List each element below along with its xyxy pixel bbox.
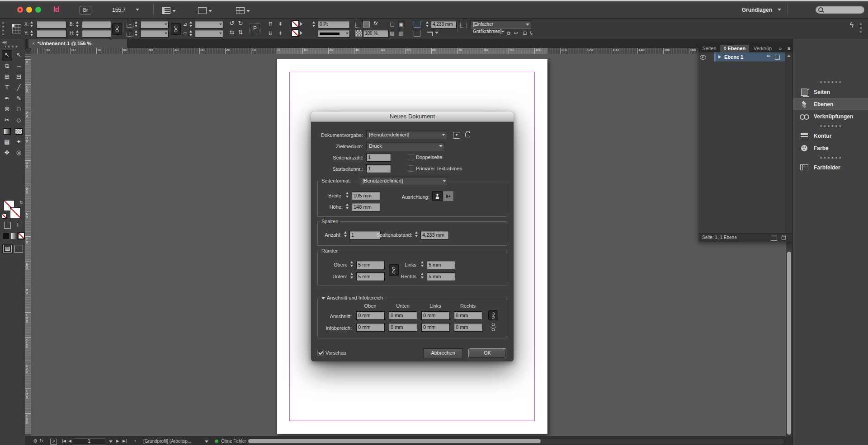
width-field[interactable] (82, 21, 111, 28)
x-field[interactable] (36, 21, 66, 28)
rectangle-frame-tool[interactable]: ⊠ (2, 104, 12, 115)
zoom-tool[interactable]: ◎ (14, 148, 24, 158)
x-stepper[interactable] (30, 21, 34, 28)
columns-stepper[interactable] (344, 231, 348, 238)
style-frame-icon[interactable]: ⊡ (522, 30, 528, 36)
gradient-feather-tool[interactable] (14, 126, 24, 136)
panel-scrollbar[interactable] (785, 52, 793, 234)
layer-target-square[interactable] (775, 55, 780, 60)
width-field[interactable]: 105 mm (352, 192, 380, 200)
dock-grip[interactable] (820, 157, 841, 159)
bridge-button[interactable]: Br (80, 6, 91, 14)
select-previous-object-icon[interactable]: ⇈ (267, 21, 274, 27)
corner-options-icon[interactable] (355, 21, 362, 28)
normal-view-mode-button[interactable] (3, 245, 12, 253)
wrap-bounding-box-icon[interactable]: ▣ (398, 21, 405, 27)
panel-grip[interactable] (2, 22, 4, 36)
preset-dropdown[interactable]: [Benutzerdefiniert] (366, 131, 447, 139)
eyedropper-tool[interactable]: ✦ (14, 137, 24, 147)
save-preset-icon[interactable] (453, 132, 460, 139)
stroke-style-field[interactable] (318, 30, 350, 37)
horizontal-scrollbar[interactable] (245, 438, 784, 445)
page-info-icon[interactable]: ◔ (133, 438, 137, 445)
page-list-chevron-icon[interactable] (109, 440, 113, 443)
collapse-tools-icon[interactable]: ◀◀ (2, 40, 5, 44)
stroke-swatch-none[interactable] (292, 29, 299, 37)
start-page-field[interactable]: 1 (366, 164, 391, 173)
dock-grip[interactable] (820, 81, 841, 83)
dock-item-seiten[interactable]: Seiten (793, 86, 868, 98)
rectangle-tool[interactable]: □ (14, 104, 24, 115)
margin-bottom-field[interactable]: 5 mm (356, 272, 385, 281)
unlink-slug-icon[interactable] (488, 322, 498, 332)
preview-checkbox[interactable] (317, 350, 324, 356)
dock-item-verknüpfungen[interactable]: Verknüpfungen (793, 110, 868, 122)
pages-field[interactable]: 1 (366, 153, 391, 162)
tab-ebenen[interactable]: ◊ Ebenen (720, 45, 749, 52)
shear-stepper[interactable] (189, 30, 193, 37)
margin-bottom-stepper[interactable] (350, 272, 354, 279)
layer-lock-cell[interactable] (708, 52, 715, 61)
intent-dropdown[interactable]: Druck (366, 142, 444, 150)
wrap-next-column-icon[interactable]: ▥ (398, 30, 405, 36)
content-placer-tool[interactable]: ⊟ (14, 72, 24, 82)
wrap-jump-icon[interactable]: ▤ (389, 30, 396, 36)
slug-field-rechts[interactable]: 0 mm (454, 323, 482, 332)
flip-vertical-icon[interactable]: ⇅ (237, 29, 244, 36)
next-page-button[interactable]: ▶ (116, 438, 119, 445)
default-fill-stroke-icon[interactable] (2, 214, 7, 219)
dock-item-kontur[interactable]: Kontur (793, 130, 868, 142)
stroke-menu-arrow-icon[interactable] (300, 31, 302, 35)
error-status-text[interactable]: Ohne Fehler (221, 438, 246, 445)
dialog-titlebar[interactable]: Neues Dokument (311, 112, 514, 122)
previous-page-button[interactable]: ◀ (68, 438, 71, 445)
view-options-button[interactable] (162, 6, 176, 14)
document-tab[interactable]: ×*Unbenannt-1 @ 156 % (28, 39, 127, 48)
preflight-gear-icon[interactable]: ⚙ (33, 438, 38, 445)
frame-edges-button[interactable] (198, 6, 212, 14)
constrain-scale-link-icon[interactable] (171, 23, 181, 35)
corner-shape-icon[interactable] (427, 32, 433, 36)
auto-fit-icon[interactable] (414, 30, 420, 37)
height-field[interactable]: 148 mm (352, 203, 380, 211)
gap-stepper[interactable] (425, 21, 430, 28)
select-next-object-icon[interactable]: ⇞ (277, 21, 284, 27)
layer-row[interactable]: Ebene 1 ✎ (714, 52, 785, 61)
dock-item-farbe[interactable]: Farbe (793, 142, 868, 154)
bleed-field-links[interactable]: 0 mm (421, 311, 450, 320)
zoom-level-value[interactable]: 155,7 (112, 7, 126, 13)
margin-left-stepper[interactable] (420, 261, 425, 267)
page-number-field[interactable]: 1 (73, 438, 105, 445)
send-backward-icon[interactable]: ⇊ (267, 30, 274, 36)
tab-verknuepfungen[interactable]: Verknüp (750, 45, 775, 52)
gap-field[interactable]: 4,233 mm (431, 21, 457, 28)
bleed-field-rechts[interactable]: 0 mm (454, 311, 482, 320)
scale-x-stepper[interactable] (134, 21, 139, 28)
primary-text-frame-checkbox[interactable] (408, 165, 414, 172)
new-layer-icon[interactable] (771, 235, 777, 241)
vertical-scrollbar-thumb[interactable] (787, 252, 791, 435)
corner-shape-chevron-icon[interactable] (435, 32, 439, 34)
horizontal-scrollbar-thumb[interactable] (248, 439, 541, 443)
control-panel-menu-grip[interactable] (860, 23, 862, 34)
rotation-stepper[interactable] (189, 21, 193, 28)
dock-grip[interactable] (820, 125, 841, 127)
orientation-landscape-button[interactable] (443, 191, 453, 201)
pencil-tool[interactable]: ✎ (14, 94, 24, 104)
object-style-icon[interactable] (460, 21, 467, 28)
margin-right-stepper[interactable] (420, 272, 425, 279)
stroke-weight-field[interactable]: 0 Pt (318, 21, 350, 28)
apply-none-swatch[interactable] (18, 233, 24, 239)
tab-seiten[interactable]: Seiten (699, 45, 719, 52)
formatting-affects-container-icon[interactable] (4, 222, 11, 229)
clear-overrides-icon[interactable]: ⧉ (505, 30, 512, 36)
orientation-portrait-button[interactable] (432, 191, 443, 201)
width-stepper[interactable] (345, 192, 350, 198)
margin-left-field[interactable]: 5 mm (427, 261, 455, 269)
height-field[interactable] (82, 30, 111, 37)
height-stepper[interactable] (75, 30, 80, 37)
dock-item-ebenen[interactable]: Ebenen (793, 98, 868, 110)
last-page-button[interactable]: ▶| (123, 438, 127, 445)
swap-fill-stroke-icon[interactable]: ⇅ (19, 199, 24, 206)
pen-tool[interactable]: ✒ (2, 94, 12, 104)
